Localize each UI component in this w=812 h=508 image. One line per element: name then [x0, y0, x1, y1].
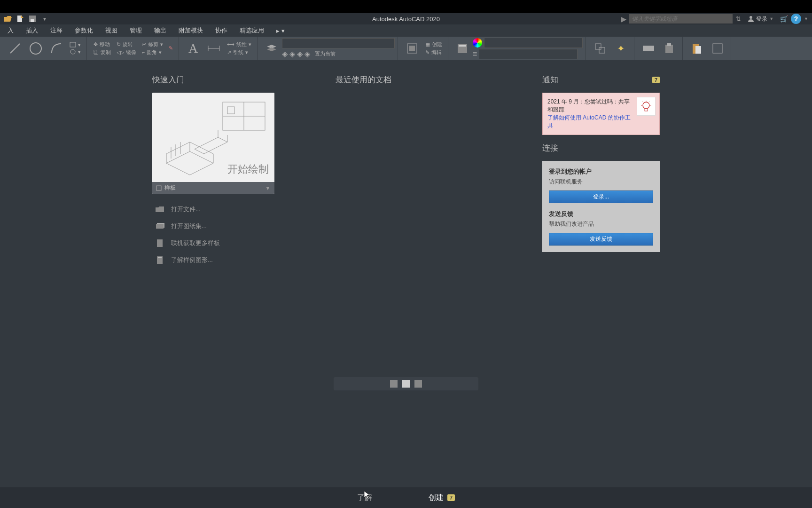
notification-card[interactable]: 2021 年 9 月：您尝试过吗：共享和跟踪 了解如何使用 AutoCAD 的协… [542, 93, 660, 135]
lineweight-dropdown[interactable] [479, 49, 578, 59]
text-tool[interactable]: A [183, 37, 203, 60]
circle-tool[interactable] [25, 37, 46, 60]
svg-rect-6 [70, 42, 76, 47]
lightbulb-icon [637, 97, 656, 116]
get-templates-link[interactable]: 联机获取更多样板 [152, 237, 317, 249]
view-list-icon[interactable] [390, 380, 398, 388]
drawing-icon [154, 255, 165, 265]
color-picker-icon[interactable] [473, 38, 482, 48]
arc-tool[interactable] [46, 37, 67, 60]
login-button[interactable]: 登录 ▼ [744, 15, 777, 23]
leader-tool[interactable]: ↗引线 ▾ [224, 48, 254, 56]
line-tool[interactable] [5, 37, 25, 60]
menu-item[interactable]: 管理 [124, 25, 148, 36]
bottom-tabs: 了解 创建 7 [0, 487, 812, 508]
template-thumbnail-icon [157, 97, 270, 177]
lineweight-icon[interactable]: ≡ [473, 50, 477, 58]
clipboard-tool[interactable] [659, 37, 679, 60]
paste-tool[interactable] [687, 37, 707, 60]
rotate-tool[interactable]: ↻旋转 [114, 40, 139, 48]
svg-line-41 [649, 102, 650, 102]
connect-panel: 登录到您的帐户 访问联机服务 登录... 发送反馈 帮助我们改进产品 发送反馈 [542, 161, 660, 252]
properties-tool[interactable] [452, 37, 473, 60]
svg-point-7 [70, 49, 75, 54]
group-tool[interactable] [590, 37, 610, 60]
save-icon[interactable] [28, 15, 37, 23]
menu-play-icon[interactable]: ▸ ▾ [271, 26, 290, 36]
menu-item[interactable]: 附加模块 [173, 25, 209, 36]
new-icon[interactable] [16, 15, 24, 23]
block-create[interactable]: ▦创建 [422, 40, 445, 48]
sample-drawings-link[interactable]: 了解样例图形... [152, 254, 317, 266]
menu-item[interactable]: 插入 [20, 25, 44, 36]
link-label: 联机获取更多样板 [171, 239, 220, 247]
block-edit[interactable]: ✎编辑 [422, 48, 445, 56]
cart-icon[interactable]: 🛒 [780, 15, 788, 23]
svg-rect-14 [459, 45, 466, 47]
layer-icon[interactable]: ◈ [289, 49, 295, 58]
search-glyph-icon: ▶ [621, 15, 626, 24]
measure-tool[interactable] [638, 37, 659, 60]
login-label: 登录 [756, 15, 767, 23]
linear-dim[interactable]: ⟷线性 ▾ [224, 40, 254, 48]
help-icon[interactable]: ? [791, 14, 801, 24]
template-dropdown[interactable]: 样板 ▼ [152, 182, 274, 194]
learn-tab[interactable]: 了解 [357, 493, 372, 503]
menu-item[interactable]: 入 [2, 25, 19, 36]
erase-tool[interactable]: ✎ [166, 45, 176, 52]
open-icon[interactable] [4, 15, 12, 23]
menu-item[interactable]: 注释 [45, 25, 68, 36]
view-tool[interactable] [707, 37, 728, 60]
svg-rect-32 [156, 186, 161, 190]
quickstart-title: 快速入门 [152, 74, 317, 85]
menu-item[interactable]: 输出 [148, 25, 172, 36]
menu-item[interactable]: 参数化 [69, 25, 99, 36]
app-title: Autodesk AutoCAD 2020 [372, 16, 440, 23]
notifications-title: 通知 [542, 74, 558, 85]
menu-item[interactable]: 精选应用 [234, 25, 270, 36]
search-input[interactable] [629, 14, 733, 24]
svg-line-4 [10, 44, 20, 53]
feedback-sub: 帮助我们改进产品 [549, 220, 653, 228]
dropdown-icon[interactable]: ▼ [40, 15, 49, 23]
fillet-tool[interactable]: ⌐圆角 ▾ [139, 48, 166, 56]
layer-icon[interactable]: ◈ [304, 49, 310, 58]
link-label: 打开图纸集... [171, 222, 207, 230]
create-tab[interactable]: 创建 7 [429, 493, 455, 503]
util-tool[interactable]: ✦ [610, 37, 631, 60]
tab-badge: 7 [447, 494, 455, 501]
open-sheet-set-link[interactable]: 打开图纸集... [152, 220, 317, 232]
menu-item[interactable]: 视图 [100, 25, 123, 36]
recent-title: 最近使用的文档 [336, 74, 523, 85]
trim-tool[interactable]: ✂修剪 ▾ [139, 40, 166, 48]
color-dropdown[interactable] [484, 38, 583, 48]
move-tool[interactable]: ✥移动 [91, 40, 114, 48]
hatch-tool[interactable]: ▾ [67, 48, 84, 56]
notification-badge: 7 [652, 77, 660, 83]
mirror-tool[interactable]: ◁▷镜像 [114, 48, 139, 56]
layer-tool[interactable] [261, 37, 282, 60]
tab-label: 了解 [357, 493, 372, 503]
signin-button[interactable]: 登录... [549, 190, 653, 203]
dimension-tool[interactable] [203, 37, 224, 60]
view-large-icon[interactable] [414, 380, 422, 388]
set-current[interactable]: 置为当前 [312, 50, 338, 58]
ribbon: ▾ ▾ ✥移动 ⿻复制 ↻旋转 ◁▷镜像 ✂修剪 ▾ ⌐圆角 ▾ ✎ A [0, 37, 812, 60]
layer-icon[interactable]: ◈ [282, 49, 288, 58]
exchange-icon[interactable]: ⇅ [735, 15, 741, 23]
copy-tool[interactable]: ⿻复制 [91, 48, 114, 56]
block-tool[interactable] [402, 37, 422, 60]
view-grid-icon[interactable] [402, 380, 410, 388]
menu-item[interactable]: 协作 [210, 25, 233, 36]
open-file-link[interactable]: 打开文件... [152, 203, 317, 215]
feedback-button[interactable]: 发送反馈 [549, 233, 653, 246]
layer-icon[interactable]: ◈ [297, 49, 303, 58]
svg-rect-2 [31, 19, 34, 22]
rect-tool[interactable]: ▾ [67, 41, 84, 48]
feedback-title: 发送反馈 [549, 210, 653, 218]
notification-link[interactable]: 了解如何使用 AutoCAD 的协作工具 [547, 114, 655, 130]
start-drawing-card[interactable]: 开始绘制 样板 ▼ [152, 93, 274, 194]
svg-rect-15 [595, 44, 601, 49]
layer-dropdown[interactable] [282, 38, 395, 48]
user-icon [748, 16, 754, 22]
